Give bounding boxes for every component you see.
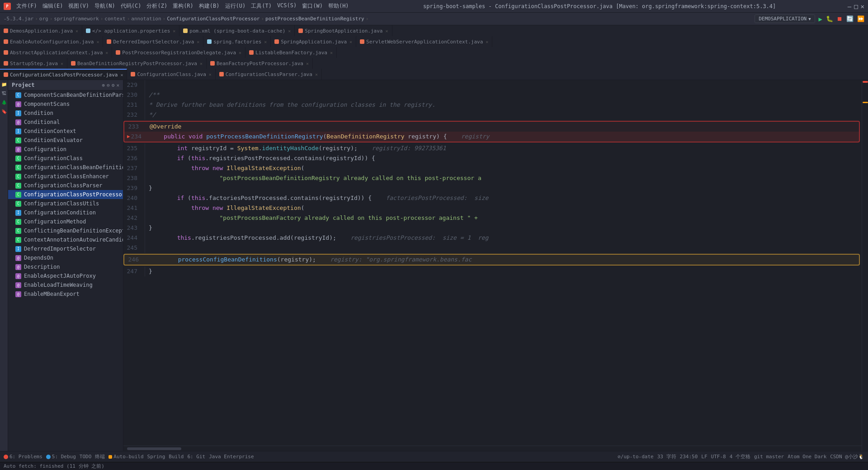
sidebar-item[interactable]: I DeferredImportSelector <box>8 244 123 253</box>
sidebar-item-ContextAnnotationAutowireCandidateResolver[interactable]: C ContextAnnotationAutowireCandidateReso… <box>8 235 123 244</box>
tab-BeanFactoryPostProcessor[interactable]: BeanFactoryPostProcessor.java ✕ <box>207 58 313 69</box>
minimize-button[interactable]: — <box>848 3 851 10</box>
menu-edit[interactable]: 编辑(E) <box>40 1 66 11</box>
status-terminal[interactable]: 终端 <box>95 453 105 460</box>
sidebar-settings-icon[interactable]: ⚙ <box>112 82 115 88</box>
menu-run[interactable]: 运行(U) <box>222 1 249 11</box>
tab-EnableAutoConfiguration[interactable]: EnableAutoConfiguration.java ✕ <box>0 36 103 47</box>
tab-close-icon[interactable]: ✕ <box>264 39 267 44</box>
sidebar-item[interactable]: @ ComponentScans <box>8 100 123 109</box>
close-button[interactable]: ✕ <box>861 3 864 10</box>
sidebar-item[interactable]: C ConfigurationClassEnhancer <box>8 172 123 181</box>
tab-close-icon[interactable]: ✕ <box>75 28 78 33</box>
tab-close-icon[interactable]: ✕ <box>197 39 199 44</box>
breadcrumb-springframework[interactable]: springframework <box>54 16 99 22</box>
tab-DeferredImportSelector[interactable]: DeferredImportSelector.java ✕ <box>103 36 203 47</box>
breadcrumb-org[interactable]: org <box>39 16 48 22</box>
sidebar-item[interactable]: I ConditionContext <box>8 127 123 136</box>
tab-BeanDefinitionRegistryPostProcessor[interactable]: BeanDefinitionRegistryPostProcessor.java… <box>67 58 207 69</box>
tab-SpringBootApplication[interactable]: SpringBootApplication.java ✕ <box>295 25 392 36</box>
menu-tools[interactable]: 工具(T) <box>248 1 274 11</box>
sidebar-item[interactable]: C ConfigurationClassUtils <box>8 199 123 208</box>
status-debug[interactable]: 5: Debug <box>46 454 76 460</box>
tab-ListableBeanFactory[interactable]: ListableBeanFactory.java ✕ <box>245 47 337 58</box>
tab-ConfigurationClass[interactable]: ConfigurationClass.java ✕ <box>127 69 215 80</box>
sidebar-item[interactable]: @ EnableAspectJAutoProxy <box>8 271 123 280</box>
sidebar-item[interactable]: @ Configuration <box>8 145 123 154</box>
tab-close-icon[interactable]: ✕ <box>61 61 63 66</box>
sidebar-item[interactable]: @ EnableMBeanExport <box>8 290 123 299</box>
tab-close-icon[interactable]: ✕ <box>385 28 388 33</box>
status-build[interactable]: Build <box>169 454 184 460</box>
sidebar-item[interactable]: C ConfigurationClass <box>8 154 123 163</box>
tab-SpringApplication[interactable]: SpringApplication.java ✕ <box>271 36 356 47</box>
menu-help[interactable]: 帮助(H) <box>326 1 352 11</box>
tab-AbstractApplicationContext[interactable]: AbstractApplicationContext.java ✕ <box>0 47 112 58</box>
tab-close-icon[interactable]: ✕ <box>96 39 99 44</box>
sidebar-item[interactable]: @ Description <box>8 262 123 271</box>
structure-icon[interactable]: 🏗 <box>1 91 7 97</box>
breadcrumb-context[interactable]: context <box>104 16 125 22</box>
maximize-button[interactable]: □ <box>854 3 858 10</box>
sidebar-item[interactable]: C ConfigurationClassParser <box>8 181 123 190</box>
tab-close-icon[interactable]: ✕ <box>120 72 123 77</box>
stop-button[interactable]: ⏹ <box>837 15 843 22</box>
tab-ConfigurationClassPostProcessor-active[interactable]: ConfigurationClassPostProcessor.java ✕ <box>0 69 127 80</box>
sidebar-item-ConfigurationClassBeanDefinitionReader[interactable]: C ConfigurationClassBeanDefinitionReader <box>8 163 123 172</box>
step-over-button[interactable]: ⏩ <box>857 15 864 22</box>
reload-button[interactable]: 🔄 <box>846 15 854 22</box>
debug-button[interactable]: 🐛 <box>826 15 833 22</box>
tab-close-icon[interactable]: ✕ <box>306 61 309 66</box>
menu-analyze[interactable]: 分析(Z) <box>144 1 170 11</box>
sidebar-close-icon[interactable]: ✕ <box>116 82 119 88</box>
tab-close-icon[interactable]: ✕ <box>288 28 291 33</box>
hierarchy-icon[interactable]: 🌲 <box>1 100 7 106</box>
status-java-enterprise[interactable]: Java Enterprise <box>209 454 254 460</box>
sidebar-item[interactable]: @ EnableLoadTimeWeaving <box>8 280 123 290</box>
sidebar-item[interactable]: @ DependsOn <box>8 253 123 262</box>
tab-spring-factories[interactable]: spring.factories ✕ <box>203 36 271 47</box>
menu-window[interactable]: 窗口(W) <box>299 1 326 11</box>
run-config-selector[interactable]: DEMOSAPPLICATION ▼ <box>755 14 815 23</box>
tab-ConfigurationClassParser[interactable]: ConfigurationClassParser.java ✕ <box>216 69 322 80</box>
sidebar-expand-icon[interactable]: ⊕ <box>102 82 105 88</box>
menu-vcs[interactable]: VCS(S) <box>274 1 299 11</box>
tab-pom-xml[interactable]: pom.xml (spring-boot-data-cache) ✕ <box>179 25 295 36</box>
sidebar-item[interactable]: C ComponentScanBeanDefinitionParser <box>8 90 123 100</box>
breadcrumb-annotation[interactable]: annotation <box>131 16 161 22</box>
tab-close-icon[interactable]: ✕ <box>239 50 241 55</box>
tab-close-icon[interactable]: ✕ <box>200 61 203 66</box>
status-auto-build[interactable]: Auto-build <box>108 454 143 460</box>
tab-close-icon[interactable]: ✕ <box>315 72 318 77</box>
tab-close-icon[interactable]: ✕ <box>349 39 352 44</box>
tab-PostProcessorRegistrationDelegate[interactable]: PostProcessorRegistrationDelegate.java ✕ <box>112 47 245 58</box>
breadcrumb-class[interactable]: ConfigurationClassPostProcessor <box>167 16 259 22</box>
sidebar-item[interactable]: C ConditionEvaluator <box>8 136 123 145</box>
project-icon[interactable]: 📁 <box>1 82 7 88</box>
horizontal-scrollbar[interactable] <box>123 446 862 451</box>
tab-close-icon[interactable]: ✕ <box>173 28 175 33</box>
run-button[interactable]: ▶ <box>819 15 822 23</box>
tab-close-icon[interactable]: ✕ <box>105 50 108 55</box>
sidebar-item[interactable]: @ Conditional <box>8 118 123 127</box>
status-problems[interactable]: 6: Problems <box>4 454 42 460</box>
tab-StartupStep[interactable]: StartupStep.java ✕ <box>0 58 67 69</box>
scrollbar-thumb[interactable] <box>127 447 181 450</box>
tab-ServletWebServerApplicationContext[interactable]: ServletWebServerApplicationContext.java … <box>356 36 492 47</box>
menu-nav[interactable]: 导航(N) <box>92 1 118 11</box>
menu-view[interactable]: 视图(V) <box>66 1 92 11</box>
sidebar-item[interactable]: C ConfigurationMethod <box>8 217 123 226</box>
sidebar-item[interactable]: C ConflictingBeanDefinitionException <box>8 226 123 235</box>
code-editor[interactable]: 229 230 /** 231 * Derive further bean de… <box>123 80 862 446</box>
tab-close-icon[interactable]: ✕ <box>209 72 212 77</box>
tab-close-icon[interactable]: ✕ <box>486 39 488 44</box>
tab-close-icon[interactable]: ✕ <box>330 50 333 55</box>
menu-code[interactable]: 代码(C) <box>118 1 144 11</box>
status-spring[interactable]: Spring <box>147 454 165 460</box>
tab-application-properties[interactable]: </> application.properties ✕ <box>82 25 179 36</box>
status-todo[interactable]: TODO <box>80 454 92 460</box>
breadcrumb-method[interactable]: postProcessBeanDefinitionRegistry <box>265 16 364 22</box>
menu-file[interactable]: 文件(F) <box>14 1 40 11</box>
status-git[interactable]: 6: Git <box>187 454 205 460</box>
bookmarks-icon[interactable]: 🔖 <box>1 109 7 115</box>
